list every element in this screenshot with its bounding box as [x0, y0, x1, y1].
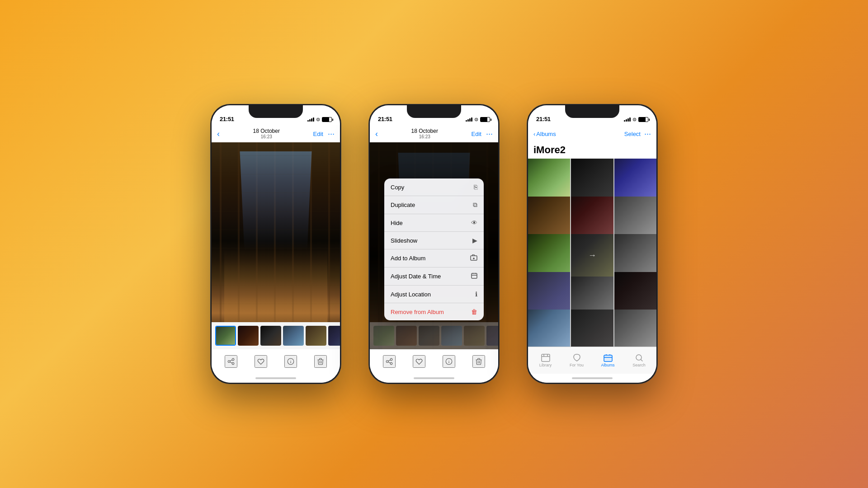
menu-item-slideshow[interactable]: Slideshow ▶	[384, 232, 484, 249]
tab-search[interactable]: Search	[623, 354, 655, 367]
grid-cell-7[interactable]	[528, 234, 570, 276]
nav-right-1: Edit ···	[313, 129, 335, 139]
heart-icon-2	[415, 357, 423, 366]
back-button-1[interactable]: ‹	[217, 129, 220, 139]
albums-dots-button[interactable]: ···	[644, 129, 651, 139]
nav-bar-2: ‹ 18 October 16:23 Edit ···	[370, 125, 498, 142]
nav-center-1: 18 October 16:23	[253, 128, 280, 140]
wifi-icon-1: ⊜	[316, 117, 320, 122]
grid-cell-10[interactable]	[528, 272, 570, 314]
menu-item-adjust-datetime[interactable]: Adjust Date & Time	[384, 267, 484, 286]
grid-cell-15[interactable]	[614, 310, 656, 347]
photo-main-1	[212, 142, 340, 322]
copy-icon: ⎘	[474, 183, 477, 191]
menu-item-hide[interactable]: Hide 👁	[384, 214, 484, 232]
home-indicator-1	[212, 374, 340, 383]
thumb-item-5[interactable]	[306, 326, 326, 346]
menu-item-remove-album[interactable]: Remove from Album 🗑	[384, 303, 484, 320]
arch-lines-1	[212, 142, 340, 322]
home-bar-1	[255, 377, 296, 379]
delete-button-2[interactable]	[472, 355, 485, 368]
signal-icon-3	[624, 117, 631, 122]
grid-cell-13[interactable]	[528, 310, 570, 347]
library-icon	[541, 354, 550, 362]
grid-cell-12[interactable]	[614, 272, 656, 314]
share-button-2[interactable]	[383, 355, 396, 368]
edit-button-2[interactable]: Edit	[472, 131, 481, 137]
grid-cell-4[interactable]	[528, 197, 570, 239]
bottom-toolbar-1	[212, 349, 340, 374]
albums-nav-right: Select ···	[624, 129, 651, 139]
grid-cell-3[interactable]	[614, 159, 656, 201]
menu-remove-album-label: Remove from Album	[391, 309, 444, 315]
battery-icon-1	[322, 117, 332, 122]
menu-adjust-datetime-label: Adjust Date & Time	[391, 273, 441, 280]
menu-duplicate-label: Duplicate	[391, 202, 415, 208]
dots-button-2[interactable]: ···	[486, 129, 493, 139]
tab-for-you[interactable]: For You	[561, 354, 592, 367]
menu-item-copy[interactable]: Copy ⎘	[384, 178, 484, 196]
back-button-2[interactable]: ‹	[375, 129, 378, 139]
share-icon-2	[385, 357, 393, 366]
thumb-item-3[interactable]	[260, 326, 281, 346]
duplicate-icon: ⧉	[473, 201, 477, 209]
nav-right-2: Edit ···	[472, 129, 493, 139]
info-button-1[interactable]	[284, 355, 297, 368]
grid-cell-5[interactable]	[571, 197, 613, 239]
menu-slideshow-label: Slideshow	[391, 237, 417, 244]
wifi-icon-2: ⊜	[474, 117, 478, 122]
album-title: iMore2	[528, 142, 656, 159]
tab-albums[interactable]: Albums	[592, 354, 623, 367]
menu-item-duplicate[interactable]: Duplicate ⧉	[384, 196, 484, 214]
battery-icon-2	[480, 117, 490, 122]
delete-button-1[interactable]	[314, 355, 327, 368]
photo-main-2: Copy ⎘ Duplicate ⧉ Hide 👁 Slideshow ▶	[370, 142, 498, 349]
edit-button-1[interactable]: Edit	[313, 131, 323, 137]
add-album-icon	[470, 254, 477, 262]
share-button-1[interactable]	[225, 355, 237, 368]
favorite-button-2[interactable]	[413, 355, 425, 368]
status-time-1: 21:51	[220, 116, 234, 122]
tab-library-label: Library	[539, 363, 552, 367]
menu-item-adjust-location[interactable]: Adjust Location ℹ	[384, 286, 484, 303]
grid-cell-9[interactable]	[614, 234, 656, 276]
grid-cell-1[interactable]	[528, 159, 570, 201]
tab-library[interactable]: Library	[530, 354, 561, 367]
grid-cell-6[interactable]	[614, 197, 656, 239]
menu-item-add-album[interactable]: Add to Album	[384, 249, 484, 267]
info-button-2[interactable]	[443, 355, 455, 368]
dots-button-1[interactable]: ···	[328, 129, 335, 139]
thumb-item-4[interactable]	[283, 326, 304, 346]
nav-date-2: 18 October	[411, 128, 438, 134]
tab-albums-label: Albums	[601, 363, 614, 367]
select-button[interactable]: Select	[624, 131, 641, 137]
battery-icon-3	[638, 117, 648, 122]
grid-cell-2[interactable]	[571, 159, 613, 201]
albums-back-button[interactable]: ‹ Albums	[533, 131, 556, 137]
menu-copy-label: Copy	[391, 184, 404, 191]
favorite-button-1[interactable]	[255, 355, 267, 368]
grid-cell-11[interactable]	[571, 272, 613, 314]
grid-cell-8[interactable]: →	[571, 234, 613, 276]
adjust-datetime-icon	[471, 272, 477, 280]
svg-rect-4	[542, 354, 550, 361]
hide-icon: 👁	[471, 219, 477, 226]
grid-cell-14[interactable]	[571, 310, 613, 347]
phone-3: 21:51 ⊜ ‹ Albums Select	[527, 104, 658, 384]
cathedral-image-1	[212, 142, 340, 322]
bottom-toolbar-2	[370, 349, 498, 374]
svg-point-6	[636, 355, 642, 360]
status-icons-1: ⊜	[307, 117, 332, 122]
nav-time-1: 16:23	[261, 134, 272, 140]
delete-icon-2	[475, 357, 483, 366]
info-icon-2	[445, 357, 453, 366]
phone-2: 21:51 ⊜ ‹ 18 October 16:23	[368, 104, 500, 384]
thumb-item-6[interactable]	[328, 326, 340, 346]
thumb-item-1[interactable]	[215, 326, 236, 346]
status-icons-2: ⊜	[466, 117, 490, 122]
remove-album-icon: 🗑	[471, 308, 477, 315]
svg-rect-2	[472, 273, 477, 278]
notch-2	[407, 105, 461, 118]
nav-time-2: 16:23	[419, 134, 430, 140]
thumb-item-2[interactable]	[238, 326, 259, 346]
